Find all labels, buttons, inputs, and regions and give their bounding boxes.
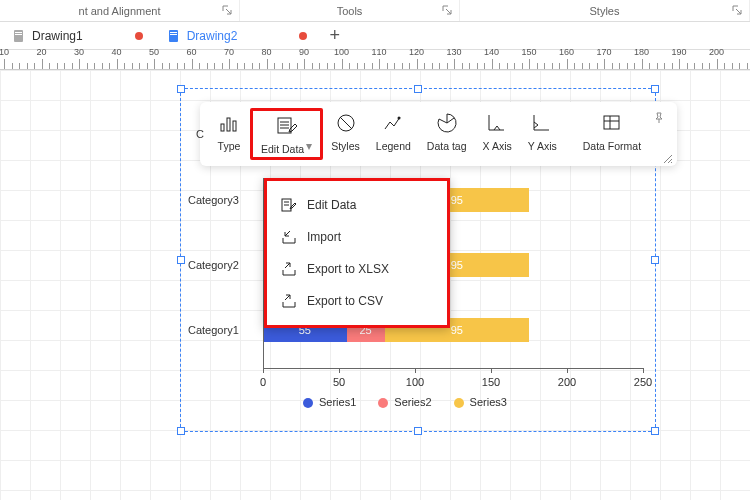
ribbon-group-label: nt and Alignment: [79, 5, 161, 17]
category-label: Category3: [188, 194, 239, 206]
axis-stub-label: C: [196, 128, 204, 140]
ruler-tick: 160: [567, 59, 568, 69]
tab-drawing2[interactable]: Drawing2: [155, 22, 320, 49]
unsaved-indicator-icon: [135, 32, 143, 40]
toolbar-xaxis-button[interactable]: X Axis: [475, 108, 520, 154]
ruler-minor-tick: [447, 63, 448, 69]
toolbar-label: Styles: [331, 140, 360, 152]
ruler-minor-tick: [49, 63, 50, 69]
ribbon-group-labels: nt and Alignment Tools Styles: [0, 0, 750, 22]
x-axis-tick-label: 100: [406, 376, 424, 388]
ribbon-group-styles: Styles: [460, 0, 750, 21]
toolbar-yaxis-button[interactable]: Y Axis: [520, 108, 565, 154]
ruler-minor-tick: [312, 63, 313, 69]
ruler-tick: 90: [304, 59, 305, 69]
svg-rect-1: [15, 32, 22, 33]
ruler-minor-tick: [169, 63, 170, 69]
resize-handle[interactable]: [177, 427, 185, 435]
ruler-minor-tick: [387, 63, 388, 69]
toolbar-type-button[interactable]: Type: [208, 108, 250, 154]
toolbar-dataformat-button[interactable]: Data Format: [575, 108, 649, 154]
legend-item[interactable]: Series3: [454, 396, 507, 408]
chart-context-toolbar: C Type Edit Data▾ Styles Legend Data tag…: [200, 102, 677, 166]
ruler-minor-tick: [57, 63, 58, 69]
canvas[interactable]: Category395Category295Category1552595050…: [0, 70, 750, 500]
ruler-minor-tick: [147, 63, 148, 69]
toolbar-edit-data-button[interactable]: Edit Data▾: [250, 108, 323, 160]
export-icon: [281, 261, 297, 277]
tab-label: Drawing2: [187, 29, 238, 43]
ruler-minor-tick: [514, 63, 515, 69]
dropdown-item-export-xlsx[interactable]: Export to XLSX: [269, 253, 445, 285]
dialog-launcher-icon[interactable]: [731, 4, 743, 16]
ruler-minor-tick: [319, 63, 320, 69]
toolbar-legend-button[interactable]: Legend: [368, 108, 419, 154]
ruler-minor-tick: [19, 63, 20, 69]
ruler-tick: 190: [679, 59, 680, 69]
ruler-minor-tick: [499, 63, 500, 69]
resize-handle[interactable]: [414, 427, 422, 435]
dropdown-item-export-csv[interactable]: Export to CSV: [269, 285, 445, 317]
x-axis-tick-label: 0: [260, 376, 266, 388]
pin-icon[interactable]: [649, 108, 669, 128]
x-axis-line: [263, 368, 643, 369]
ruler-minor-tick: [364, 63, 365, 69]
new-tab-button[interactable]: +: [319, 25, 350, 46]
ruler-tick-label: 100: [334, 47, 349, 57]
ruler-tick-label: 20: [36, 47, 46, 57]
legend-item[interactable]: Series2: [378, 396, 431, 408]
ruler-tick: 130: [454, 59, 455, 69]
resize-handle[interactable]: [651, 85, 659, 93]
ruler-minor-tick: [94, 63, 95, 69]
ruler-tick-label: 190: [671, 47, 686, 57]
dropdown-item-edit-data[interactable]: Edit Data: [269, 189, 445, 221]
toolbar-label: Data tag: [427, 140, 467, 152]
dialog-launcher-icon[interactable]: [221, 4, 233, 16]
ruler-tick: 100: [342, 59, 343, 69]
resize-grip-icon[interactable]: [663, 154, 673, 164]
ruler-tick: 50: [154, 59, 155, 69]
dropdown-item-import[interactable]: Import: [269, 221, 445, 253]
ruler-minor-tick: [432, 63, 433, 69]
data-format-icon: [601, 112, 623, 134]
ribbon-group-label: Tools: [337, 5, 363, 17]
ruler-minor-tick: [244, 63, 245, 69]
ruler-minor-tick: [177, 63, 178, 69]
ruler-tick: 170: [604, 59, 605, 69]
toolbar-label: Type: [218, 140, 241, 152]
ruler-tick-label: 120: [409, 47, 424, 57]
ruler-minor-tick: [612, 63, 613, 69]
resize-handle[interactable]: [177, 85, 185, 93]
ruler-minor-tick: [672, 63, 673, 69]
dropdown-item-label: Edit Data: [307, 198, 356, 212]
legend-item[interactable]: Series1: [303, 396, 356, 408]
ruler-minor-tick: [289, 63, 290, 69]
toolbar-datatag-button[interactable]: Data tag: [419, 108, 475, 154]
legend-icon: [382, 112, 404, 134]
ruler-minor-tick: [574, 63, 575, 69]
resize-handle[interactable]: [651, 427, 659, 435]
ruler-minor-tick: [687, 63, 688, 69]
resize-handle[interactable]: [177, 256, 185, 264]
export-icon: [281, 293, 297, 309]
ruler-tick: 120: [417, 59, 418, 69]
ruler-minor-tick: [139, 63, 140, 69]
dropdown-item-label: Export to XLSX: [307, 262, 389, 276]
edit-data-icon: [281, 197, 297, 213]
ruler-tick: 200: [717, 59, 718, 69]
ruler-minor-tick: [724, 63, 725, 69]
x-axis-tick: [415, 368, 416, 373]
resize-handle[interactable]: [651, 256, 659, 264]
tab-label: Drawing1: [32, 29, 83, 43]
ruler-minor-tick: [507, 63, 508, 69]
tab-drawing1[interactable]: Drawing1: [0, 22, 155, 49]
resize-handle[interactable]: [414, 85, 422, 93]
toolbar-styles-button[interactable]: Styles: [323, 108, 368, 154]
ruler-minor-tick: [409, 63, 410, 69]
dialog-launcher-icon[interactable]: [441, 4, 453, 16]
pie-icon: [436, 112, 458, 134]
dropdown-item-label: Export to CSV: [307, 294, 383, 308]
svg-rect-6: [221, 124, 224, 131]
ruler-tick-label: 170: [596, 47, 611, 57]
ruler-minor-tick: [732, 63, 733, 69]
